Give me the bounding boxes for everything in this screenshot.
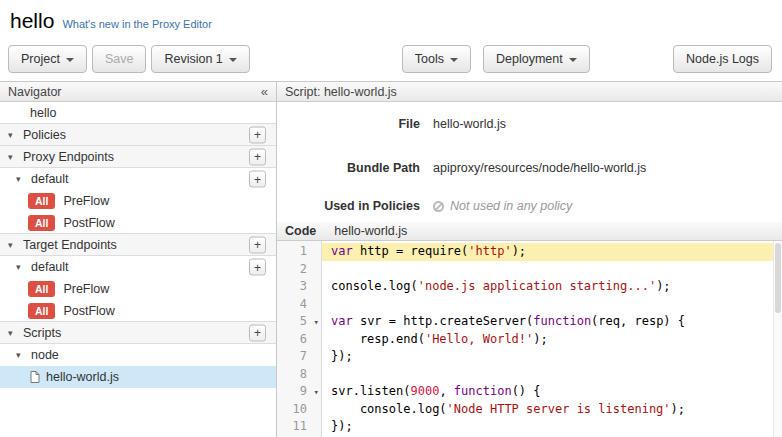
add-target-flow-button[interactable]: + <box>249 259 266 276</box>
tree-item-label: default <box>31 260 69 274</box>
add-target-endpoint-button[interactable]: + <box>249 236 266 253</box>
tree-item-label: node <box>31 348 59 362</box>
code-line[interactable]: var svr = http.createServer(function(req… <box>322 313 782 331</box>
sidebar-item-hello[interactable]: hello <box>0 102 276 124</box>
code-header-label: Code <box>285 224 316 238</box>
line-number: 10 <box>293 402 307 416</box>
code-line[interactable] <box>322 261 782 279</box>
item-target-preflow[interactable]: All PreFlow <box>0 278 276 300</box>
tools-button[interactable]: Tools <box>402 45 471 73</box>
section-label: Scripts <box>23 326 61 340</box>
code-line[interactable]: svr.listen(9000, function() { <box>322 383 782 401</box>
item-target-default[interactable]: ▾ default + <box>0 256 276 278</box>
item-hello-world-file[interactable]: hello-world.js <box>0 366 276 388</box>
item-target-postflow[interactable]: All PostFlow <box>0 300 276 322</box>
navigator-tree: hello ▾ Policies + ▾ Proxy Endpoints + ▾… <box>0 102 276 437</box>
deployment-button[interactable]: Deployment <box>483 45 590 73</box>
add-script-button[interactable]: + <box>249 324 266 341</box>
add-policy-button[interactable]: + <box>249 126 266 143</box>
code-editor[interactable]: 12345▾6789▾1011 var http = require('http… <box>277 241 782 437</box>
item-proxy-postflow[interactable]: All PostFlow <box>0 212 276 234</box>
line-number: 2 <box>300 262 307 276</box>
save-button-label: Save <box>105 52 134 66</box>
file-icon <box>30 371 40 383</box>
disclosure-triangle-icon[interactable]: ▾ <box>8 130 17 140</box>
field-value: apiproxy/resources/node/hello-world.js <box>433 161 646 175</box>
add-proxy-flow-button[interactable]: + <box>249 171 266 188</box>
line-number: 8 <box>300 367 307 381</box>
project-button[interactable]: Project <box>8 45 87 73</box>
section-policies[interactable]: ▾ Policies + <box>0 123 276 146</box>
field-file: File hello-world.js <box>277 102 782 146</box>
navigator-title: Navigator <box>8 85 62 99</box>
section-target-endpoints[interactable]: ▾ Target Endpoints + <box>0 233 276 256</box>
line-number: 3 <box>300 279 307 293</box>
revision-button[interactable]: Revision 1 <box>151 45 249 73</box>
section-scripts[interactable]: ▾ Scripts + <box>0 321 276 344</box>
line-number: 9 <box>300 384 307 398</box>
code-line[interactable]: }); <box>322 348 782 366</box>
caret-down-icon <box>229 58 237 62</box>
section-label: Proxy Endpoints <box>23 150 114 164</box>
field-label: File <box>277 117 420 131</box>
disclosure-triangle-icon[interactable]: ▾ <box>16 350 25 360</box>
tree-item-label: hello <box>30 106 56 120</box>
field-value: hello-world.js <box>433 117 506 131</box>
disclosure-triangle-icon[interactable]: ▾ <box>16 174 25 184</box>
save-button[interactable]: Save <box>92 45 147 73</box>
not-used-text: Not used in any policy <box>450 199 572 213</box>
whats-new-link[interactable]: What's new in the Proxy Editor <box>62 18 211 30</box>
field-value: Not used in any policy <box>433 199 572 213</box>
navigator-header: Navigator « <box>0 82 276 102</box>
disclosure-triangle-icon[interactable]: ▾ <box>8 152 17 162</box>
code-line[interactable]: resp.end('Hello, World!'); <box>322 331 782 349</box>
disclosure-triangle-icon[interactable]: ▾ <box>16 262 25 272</box>
code-line[interactable]: var http = require('http'); <box>322 243 782 261</box>
tools-button-label: Tools <box>415 52 444 66</box>
tree-item-label: PostFlow <box>63 216 114 230</box>
item-node-folder[interactable]: ▾ node <box>0 344 276 366</box>
tree-item-label: PreFlow <box>63 194 109 208</box>
field-label: Used in Policies <box>277 199 420 213</box>
not-used-icon <box>433 201 444 212</box>
field-used-in-policies: Used in Policies Not used in any policy <box>277 190 782 222</box>
code-line[interactable] <box>322 366 782 384</box>
section-proxy-endpoints[interactable]: ▾ Proxy Endpoints + <box>0 145 276 168</box>
code-line[interactable]: }); <box>322 418 782 436</box>
project-button-label: Project <box>21 52 60 66</box>
disclosure-triangle-icon[interactable]: ▾ <box>8 328 17 338</box>
caret-down-icon <box>66 58 74 62</box>
item-proxy-preflow[interactable]: All PreFlow <box>0 190 276 212</box>
field-bundle-path: Bundle Path apiproxy/resources/node/hell… <box>277 146 782 190</box>
fold-toggle-icon[interactable]: ▾ <box>314 314 319 332</box>
editor-gutter: 12345▾6789▾1011 <box>277 241 322 437</box>
collapse-panel-icon[interactable]: « <box>261 85 268 98</box>
content-area: Navigator « hello ▾ Policies + ▾ Proxy E… <box>0 81 782 437</box>
caret-down-icon <box>450 58 458 62</box>
line-number: 5 <box>300 314 307 328</box>
section-label: Policies <box>23 128 66 142</box>
fold-toggle-icon[interactable]: ▾ <box>314 384 319 402</box>
tree-item-label: PreFlow <box>63 282 109 296</box>
script-details: File hello-world.js Bundle Path apiproxy… <box>277 102 782 222</box>
line-number: 6 <box>300 332 307 346</box>
nodejs-logs-button[interactable]: Node.js Logs <box>673 45 772 73</box>
deployment-button-label: Deployment <box>496 52 563 66</box>
item-proxy-default[interactable]: ▾ default + <box>0 168 276 190</box>
section-label: Target Endpoints <box>23 238 117 252</box>
script-panel-header: Script: hello-world.js <box>277 82 782 102</box>
line-number: 4 <box>300 297 307 311</box>
tree-item-label: hello-world.js <box>46 370 119 384</box>
tree-item-label: default <box>31 172 69 186</box>
scrollbar-thumb[interactable] <box>775 243 781 313</box>
flow-scope-badge: All <box>28 303 55 319</box>
code-line[interactable] <box>322 296 782 314</box>
code-line[interactable]: console.log('node.js application startin… <box>322 278 782 296</box>
editor-code-lines[interactable]: var http = require('http');console.log('… <box>322 241 782 437</box>
add-proxy-endpoint-button[interactable]: + <box>249 148 266 165</box>
code-line[interactable]: console.log('Node HTTP server is listeni… <box>322 401 782 419</box>
caret-down-icon <box>569 58 577 62</box>
flow-scope-badge: All <box>28 281 55 297</box>
editor-scrollbar[interactable] <box>773 241 782 437</box>
disclosure-triangle-icon[interactable]: ▾ <box>8 240 17 250</box>
